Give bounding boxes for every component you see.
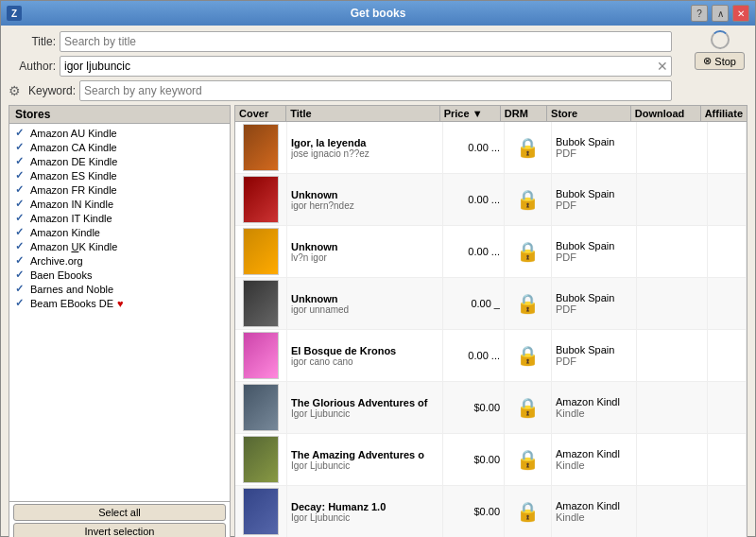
check-icon: ✓ — [15, 155, 26, 167]
cell-download — [637, 330, 708, 381]
cell-price: 0.00 ... — [443, 122, 505, 173]
store-label: Amazon IN Kindle — [30, 199, 113, 210]
clear-author-button[interactable]: ✕ — [655, 60, 670, 73]
store-item-beam[interactable]: ✓ Beam EBooks DE ♥ — [9, 296, 230, 310]
cell-price: $0.00 — [443, 434, 505, 485]
table-row[interactable]: Decay: Humanz 1.0 Igor Ljubuncic $0.00 🔒… — [235, 486, 747, 537]
cell-download — [637, 278, 708, 329]
book-cover-img — [243, 124, 279, 171]
check-icon: ✓ — [15, 183, 26, 196]
select-all-button[interactable]: Select all — [13, 504, 226, 521]
invert-selection-button[interactable]: Invert selection — [13, 523, 226, 537]
table-row[interactable]: Unknown igor hern?ndez 0.00 ... 🔒 Bubok … — [235, 174, 747, 226]
store-item-baen[interactable]: ✓ Baen Ebooks — [9, 268, 230, 282]
cell-download — [637, 122, 708, 173]
cell-price: 0.00 ... — [443, 330, 505, 381]
store-name: Amazon Kindl — [556, 396, 620, 407]
table-row[interactable]: El Bosque de Kronos igor cano cano 0.00 … — [235, 330, 747, 382]
main-window: Z Get books ? ∧ ✕ Title: ⊗ Stop Author: — [0, 0, 756, 537]
book-author: Igor Ljubuncic — [291, 512, 438, 523]
cell-drm: 🔒 — [505, 382, 552, 433]
cell-download — [637, 174, 708, 225]
book-author: igor hern?ndez — [291, 200, 438, 211]
check-icon: ✓ — [15, 169, 26, 182]
cell-price: 0.00 _ — [443, 278, 505, 329]
store-format: Kindle — [556, 511, 585, 523]
cell-drm: 🔒 — [505, 174, 552, 225]
cell-affiliate — [708, 278, 747, 329]
cell-affiliate — [708, 434, 747, 485]
store-name: Bubok Spain — [556, 188, 614, 199]
col-header-download[interactable]: Download — [631, 106, 701, 121]
cell-cover — [235, 382, 287, 433]
store-item-amazon-it[interactable]: ✓ Amazon IT Kindle — [9, 211, 230, 225]
store-item-amazon-in[interactable]: ✓ Amazon IN Kindle — [9, 197, 230, 211]
book-author: lv?n igor — [291, 252, 438, 263]
table-row[interactable]: Unknown lv?n igor 0.00 ... 🔒 Bubok Spain… — [235, 226, 747, 278]
store-item-amazon-kindle[interactable]: ✓ Amazon Kindle — [9, 225, 230, 239]
drm-lock-icon: 🔒 — [518, 499, 539, 524]
store-label: Beam EBooks DE — [30, 298, 113, 309]
cell-download — [637, 382, 708, 433]
table-row[interactable]: Unknown igor unnamed 0.00 _ 🔒 Bubok Spai… — [235, 278, 747, 330]
book-title: Unknown — [291, 189, 438, 200]
store-item-amazon-ca[interactable]: ✓ Amazon CA Kindle — [9, 140, 230, 154]
minimize-button[interactable]: ∧ — [712, 5, 729, 22]
cell-title: El Bosque de Kronos igor cano cano — [287, 330, 443, 381]
title-row: Title: ⊗ Stop — [9, 31, 747, 52]
check-icon: ✓ — [15, 127, 26, 139]
col-header-price[interactable]: Price ▼ — [440, 106, 501, 121]
store-item-archive-org[interactable]: ✓ Archive.org — [9, 253, 230, 268]
cell-store: Bubok Spain PDF — [552, 226, 637, 277]
table-row[interactable]: Igor, la leyenda jose ignacio n??ez 0.00… — [235, 122, 747, 174]
cell-price: $0.00 — [443, 486, 505, 537]
sidebar-actions: Select all Invert selection Select none — [9, 501, 230, 537]
cell-title: The Amazing Adventures o Igor Ljubuncic — [287, 434, 443, 485]
col-header-store[interactable]: Store — [547, 106, 631, 121]
store-format: Kindle — [556, 459, 585, 471]
book-title: Decay: Humanz 1.0 — [291, 501, 438, 512]
col-header-title[interactable]: Title — [286, 106, 439, 121]
author-input-wrapper: ✕ — [60, 56, 672, 77]
store-format: PDF — [556, 251, 576, 263]
check-icon: ✓ — [15, 226, 26, 238]
store-item-amazon-es[interactable]: ✓ Amazon ES Kindle — [9, 168, 230, 182]
content-area: Title: ⊗ Stop Author: ✕ ⚙ Keyword: — [1, 26, 755, 537]
col-header-cover[interactable]: Cover — [235, 106, 286, 121]
gear-icon[interactable]: ⚙ — [9, 83, 21, 98]
cell-affiliate — [708, 226, 747, 277]
results-scroll[interactable]: Igor, la leyenda jose ignacio n??ez 0.00… — [235, 122, 747, 537]
table-row[interactable]: The Glorious Adventures of Igor Ljubunci… — [235, 382, 747, 434]
stop-button[interactable]: ⊗ Stop — [695, 52, 745, 70]
author-label: Author: — [9, 60, 56, 73]
author-input[interactable] — [60, 56, 672, 77]
cell-price: 0.00 ... — [443, 174, 505, 225]
close-window-button[interactable]: ✕ — [732, 5, 749, 22]
book-author: Igor Ljubuncic — [291, 408, 438, 419]
cell-affiliate — [708, 174, 747, 225]
book-title: The Glorious Adventures of — [291, 397, 438, 408]
title-bar-left: Z — [7, 6, 22, 21]
store-item-amazon-fr[interactable]: ✓ Amazon FR Kindle — [9, 182, 230, 197]
book-title: The Amazing Adventures o — [291, 449, 438, 460]
cell-cover — [235, 226, 287, 277]
cell-drm: 🔒 — [505, 122, 552, 173]
store-item-barnes[interactable]: ✓ Barnes and Noble — [9, 282, 230, 296]
cell-store: Bubok Spain PDF — [552, 174, 637, 225]
col-header-affiliate[interactable]: Affiliate — [701, 106, 747, 121]
book-cover-img — [243, 384, 279, 431]
table-row[interactable]: The Amazing Adventures o Igor Ljubuncic … — [235, 434, 747, 486]
store-item-amazon-de[interactable]: ✓ Amazon DE Kindle — [9, 154, 230, 168]
title-input[interactable] — [60, 31, 672, 52]
store-label: Amazon CA Kindle — [30, 142, 117, 153]
book-cover-img — [243, 176, 279, 223]
store-item-amazon-au[interactable]: ✓ Amazon AU Kindle — [9, 126, 230, 140]
help-button[interactable]: ? — [691, 5, 708, 22]
cell-affiliate — [708, 330, 747, 381]
book-cover-img — [243, 280, 279, 327]
store-item-amazon-uk[interactable]: ✓ Amazon UK Kindle — [9, 239, 230, 253]
store-name: Bubok Spain — [556, 292, 614, 303]
keyword-input[interactable] — [79, 80, 672, 101]
col-header-drm[interactable]: DRM — [501, 106, 547, 121]
cell-price: 0.00 ... — [443, 226, 505, 277]
